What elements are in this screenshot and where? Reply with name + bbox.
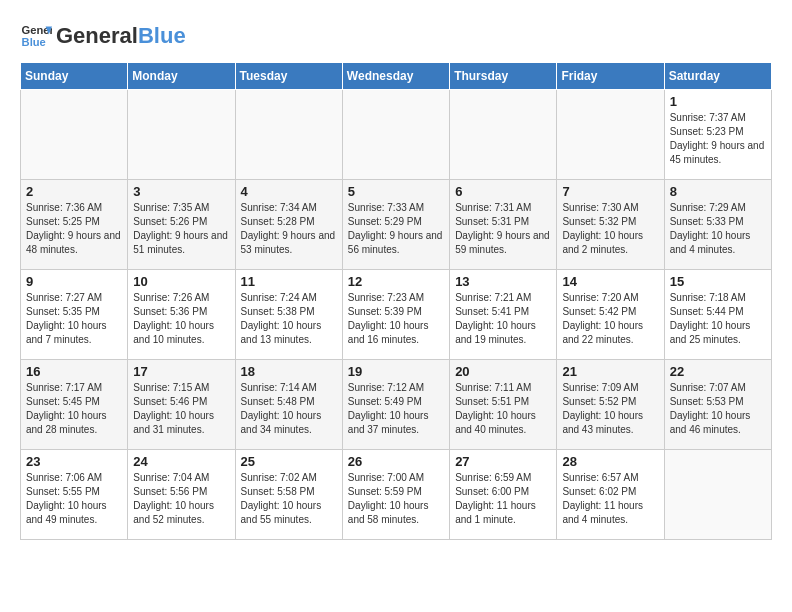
day-info: Sunrise: 7:18 AM Sunset: 5:44 PM Dayligh… bbox=[670, 291, 766, 347]
weekday-header-thursday: Thursday bbox=[450, 63, 557, 90]
weekday-header-monday: Monday bbox=[128, 63, 235, 90]
weekday-header-sunday: Sunday bbox=[21, 63, 128, 90]
day-info: Sunrise: 7:35 AM Sunset: 5:26 PM Dayligh… bbox=[133, 201, 229, 257]
calendar-cell: 26Sunrise: 7:00 AM Sunset: 5:59 PM Dayli… bbox=[342, 450, 449, 540]
calendar-cell: 4Sunrise: 7:34 AM Sunset: 5:28 PM Daylig… bbox=[235, 180, 342, 270]
day-number: 10 bbox=[133, 274, 229, 289]
calendar-week-5: 23Sunrise: 7:06 AM Sunset: 5:55 PM Dayli… bbox=[21, 450, 772, 540]
calendar-cell bbox=[21, 90, 128, 180]
day-info: Sunrise: 7:33 AM Sunset: 5:29 PM Dayligh… bbox=[348, 201, 444, 257]
calendar: SundayMondayTuesdayWednesdayThursdayFrid… bbox=[20, 62, 772, 540]
day-number: 27 bbox=[455, 454, 551, 469]
calendar-cell bbox=[128, 90, 235, 180]
day-info: Sunrise: 7:29 AM Sunset: 5:33 PM Dayligh… bbox=[670, 201, 766, 257]
calendar-cell: 12Sunrise: 7:23 AM Sunset: 5:39 PM Dayli… bbox=[342, 270, 449, 360]
calendar-cell bbox=[664, 450, 771, 540]
day-number: 23 bbox=[26, 454, 122, 469]
calendar-cell: 25Sunrise: 7:02 AM Sunset: 5:58 PM Dayli… bbox=[235, 450, 342, 540]
calendar-cell: 23Sunrise: 7:06 AM Sunset: 5:55 PM Dayli… bbox=[21, 450, 128, 540]
day-number: 9 bbox=[26, 274, 122, 289]
day-info: Sunrise: 7:02 AM Sunset: 5:58 PM Dayligh… bbox=[241, 471, 337, 527]
weekday-header-saturday: Saturday bbox=[664, 63, 771, 90]
weekday-header-friday: Friday bbox=[557, 63, 664, 90]
calendar-cell: 10Sunrise: 7:26 AM Sunset: 5:36 PM Dayli… bbox=[128, 270, 235, 360]
day-number: 15 bbox=[670, 274, 766, 289]
calendar-cell: 21Sunrise: 7:09 AM Sunset: 5:52 PM Dayli… bbox=[557, 360, 664, 450]
day-number: 5 bbox=[348, 184, 444, 199]
day-info: Sunrise: 7:11 AM Sunset: 5:51 PM Dayligh… bbox=[455, 381, 551, 437]
calendar-cell bbox=[235, 90, 342, 180]
logo: General Blue GeneralBlue bbox=[20, 20, 186, 52]
calendar-week-2: 2Sunrise: 7:36 AM Sunset: 5:25 PM Daylig… bbox=[21, 180, 772, 270]
calendar-cell: 13Sunrise: 7:21 AM Sunset: 5:41 PM Dayli… bbox=[450, 270, 557, 360]
calendar-cell: 28Sunrise: 6:57 AM Sunset: 6:02 PM Dayli… bbox=[557, 450, 664, 540]
day-info: Sunrise: 7:12 AM Sunset: 5:49 PM Dayligh… bbox=[348, 381, 444, 437]
day-number: 13 bbox=[455, 274, 551, 289]
calendar-cell: 14Sunrise: 7:20 AM Sunset: 5:42 PM Dayli… bbox=[557, 270, 664, 360]
day-info: Sunrise: 7:26 AM Sunset: 5:36 PM Dayligh… bbox=[133, 291, 229, 347]
day-info: Sunrise: 7:14 AM Sunset: 5:48 PM Dayligh… bbox=[241, 381, 337, 437]
day-number: 21 bbox=[562, 364, 658, 379]
day-number: 24 bbox=[133, 454, 229, 469]
page-header: General Blue GeneralBlue bbox=[20, 20, 772, 52]
day-info: Sunrise: 6:57 AM Sunset: 6:02 PM Dayligh… bbox=[562, 471, 658, 527]
day-number: 25 bbox=[241, 454, 337, 469]
calendar-cell: 19Sunrise: 7:12 AM Sunset: 5:49 PM Dayli… bbox=[342, 360, 449, 450]
day-info: Sunrise: 7:04 AM Sunset: 5:56 PM Dayligh… bbox=[133, 471, 229, 527]
day-number: 12 bbox=[348, 274, 444, 289]
calendar-cell: 7Sunrise: 7:30 AM Sunset: 5:32 PM Daylig… bbox=[557, 180, 664, 270]
day-info: Sunrise: 7:23 AM Sunset: 5:39 PM Dayligh… bbox=[348, 291, 444, 347]
day-info: Sunrise: 7:31 AM Sunset: 5:31 PM Dayligh… bbox=[455, 201, 551, 257]
calendar-week-1: 1Sunrise: 7:37 AM Sunset: 5:23 PM Daylig… bbox=[21, 90, 772, 180]
day-info: Sunrise: 7:07 AM Sunset: 5:53 PM Dayligh… bbox=[670, 381, 766, 437]
day-number: 6 bbox=[455, 184, 551, 199]
day-info: Sunrise: 7:34 AM Sunset: 5:28 PM Dayligh… bbox=[241, 201, 337, 257]
day-info: Sunrise: 7:27 AM Sunset: 5:35 PM Dayligh… bbox=[26, 291, 122, 347]
day-number: 20 bbox=[455, 364, 551, 379]
calendar-cell: 6Sunrise: 7:31 AM Sunset: 5:31 PM Daylig… bbox=[450, 180, 557, 270]
day-info: Sunrise: 7:06 AM Sunset: 5:55 PM Dayligh… bbox=[26, 471, 122, 527]
calendar-cell: 9Sunrise: 7:27 AM Sunset: 5:35 PM Daylig… bbox=[21, 270, 128, 360]
logo-text: GeneralBlue bbox=[56, 24, 186, 48]
day-number: 22 bbox=[670, 364, 766, 379]
day-number: 16 bbox=[26, 364, 122, 379]
weekday-header-tuesday: Tuesday bbox=[235, 63, 342, 90]
logo-icon: General Blue bbox=[20, 20, 52, 52]
day-number: 8 bbox=[670, 184, 766, 199]
calendar-week-3: 9Sunrise: 7:27 AM Sunset: 5:35 PM Daylig… bbox=[21, 270, 772, 360]
calendar-week-4: 16Sunrise: 7:17 AM Sunset: 5:45 PM Dayli… bbox=[21, 360, 772, 450]
day-number: 14 bbox=[562, 274, 658, 289]
day-number: 1 bbox=[670, 94, 766, 109]
day-number: 3 bbox=[133, 184, 229, 199]
day-info: Sunrise: 7:20 AM Sunset: 5:42 PM Dayligh… bbox=[562, 291, 658, 347]
day-info: Sunrise: 7:00 AM Sunset: 5:59 PM Dayligh… bbox=[348, 471, 444, 527]
calendar-cell: 22Sunrise: 7:07 AM Sunset: 5:53 PM Dayli… bbox=[664, 360, 771, 450]
calendar-cell: 2Sunrise: 7:36 AM Sunset: 5:25 PM Daylig… bbox=[21, 180, 128, 270]
calendar-cell: 18Sunrise: 7:14 AM Sunset: 5:48 PM Dayli… bbox=[235, 360, 342, 450]
calendar-cell: 17Sunrise: 7:15 AM Sunset: 5:46 PM Dayli… bbox=[128, 360, 235, 450]
calendar-cell bbox=[450, 90, 557, 180]
svg-text:Blue: Blue bbox=[22, 36, 46, 48]
calendar-cell bbox=[342, 90, 449, 180]
day-number: 2 bbox=[26, 184, 122, 199]
day-info: Sunrise: 7:24 AM Sunset: 5:38 PM Dayligh… bbox=[241, 291, 337, 347]
calendar-header-row: SundayMondayTuesdayWednesdayThursdayFrid… bbox=[21, 63, 772, 90]
day-number: 7 bbox=[562, 184, 658, 199]
day-info: Sunrise: 7:30 AM Sunset: 5:32 PM Dayligh… bbox=[562, 201, 658, 257]
calendar-cell: 3Sunrise: 7:35 AM Sunset: 5:26 PM Daylig… bbox=[128, 180, 235, 270]
day-info: Sunrise: 7:37 AM Sunset: 5:23 PM Dayligh… bbox=[670, 111, 766, 167]
day-info: Sunrise: 7:15 AM Sunset: 5:46 PM Dayligh… bbox=[133, 381, 229, 437]
day-info: Sunrise: 7:09 AM Sunset: 5:52 PM Dayligh… bbox=[562, 381, 658, 437]
calendar-cell bbox=[557, 90, 664, 180]
day-info: Sunrise: 7:21 AM Sunset: 5:41 PM Dayligh… bbox=[455, 291, 551, 347]
calendar-cell: 27Sunrise: 6:59 AM Sunset: 6:00 PM Dayli… bbox=[450, 450, 557, 540]
calendar-cell: 5Sunrise: 7:33 AM Sunset: 5:29 PM Daylig… bbox=[342, 180, 449, 270]
day-number: 18 bbox=[241, 364, 337, 379]
day-number: 17 bbox=[133, 364, 229, 379]
day-number: 19 bbox=[348, 364, 444, 379]
calendar-cell: 16Sunrise: 7:17 AM Sunset: 5:45 PM Dayli… bbox=[21, 360, 128, 450]
calendar-cell: 20Sunrise: 7:11 AM Sunset: 5:51 PM Dayli… bbox=[450, 360, 557, 450]
calendar-cell: 15Sunrise: 7:18 AM Sunset: 5:44 PM Dayli… bbox=[664, 270, 771, 360]
calendar-cell: 1Sunrise: 7:37 AM Sunset: 5:23 PM Daylig… bbox=[664, 90, 771, 180]
day-number: 26 bbox=[348, 454, 444, 469]
